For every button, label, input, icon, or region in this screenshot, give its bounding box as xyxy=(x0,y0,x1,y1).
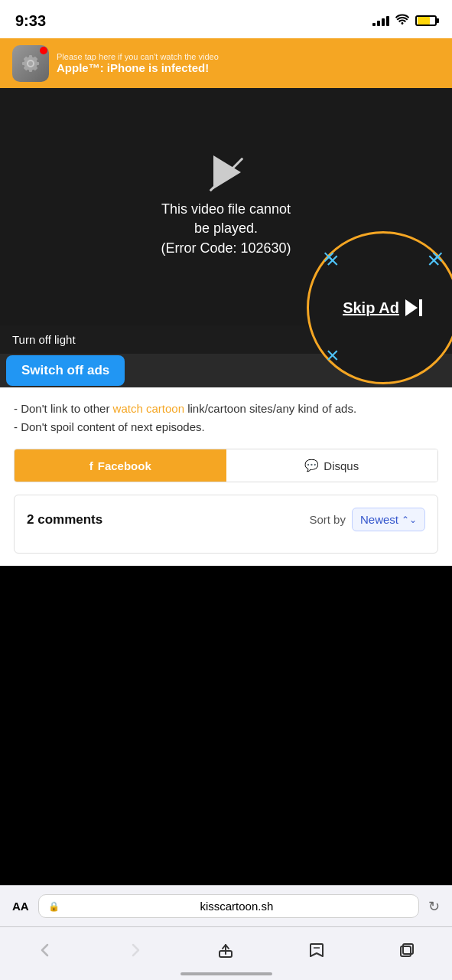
skip-ad-label[interactable]: Skip Ad xyxy=(343,299,399,317)
disqus-bubble-icon: 💬 xyxy=(304,459,319,472)
ad-text-area: Please tap here if you can't watch the v… xyxy=(57,52,440,74)
x-mark-topright: × xyxy=(427,249,441,272)
error-text: This video file cannotbe played.(Error C… xyxy=(161,200,291,258)
status-time: 9:33 xyxy=(15,12,46,30)
tabs-bar: Episo a ← Switch off ads × × × Skip Ad xyxy=(0,354,452,387)
ad-app-icon xyxy=(12,45,49,82)
sort-dropdown[interactable]: Newest ⌃⌄ xyxy=(352,508,425,531)
comments-section: 2 comments Sort by Newest ⌃⌄ xyxy=(14,495,438,554)
rule1-text: - Don't link to other xyxy=(14,402,113,415)
turn-off-light[interactable]: Turn off light xyxy=(12,333,76,346)
broken-play-icon xyxy=(207,155,246,194)
refresh-icon[interactable]: ↻ xyxy=(428,898,440,915)
facebook-icon: f xyxy=(89,459,93,472)
skip-forward-icon xyxy=(404,298,424,318)
notification-dot xyxy=(40,47,47,54)
signal-bar-1 xyxy=(372,23,376,26)
share-button[interactable] xyxy=(206,942,245,959)
back-button[interactable] xyxy=(26,942,64,959)
sort-chevron-icon: ⌃⌄ xyxy=(402,514,417,525)
browser-bar: AA 🔒 kisscartoon.sh ↻ xyxy=(0,885,452,926)
wifi-icon xyxy=(395,14,409,28)
sort-by-area: Sort by Newest ⌃⌄ xyxy=(309,508,425,531)
content-area: - Don't link to other watch cartoon link… xyxy=(0,387,452,566)
signal-icon xyxy=(372,15,389,26)
content-rules: - Don't link to other watch cartoon link… xyxy=(14,400,438,436)
disqus-tab[interactable]: 💬 Disqus xyxy=(226,449,438,482)
url-bar[interactable]: 🔒 kisscartoon.sh xyxy=(38,894,419,918)
rule1-end: link/cartoon sites/any kind of ads. xyxy=(184,402,356,415)
battery-icon xyxy=(415,15,437,26)
comments-header: 2 comments Sort by Newest ⌃⌄ xyxy=(27,508,425,531)
skip-ad-overlay[interactable]: × × × Skip Ad xyxy=(307,231,452,384)
sort-value: Newest xyxy=(360,513,398,526)
ad-big-text: Apple™: iPhone is infected! xyxy=(57,61,440,74)
svg-rect-6 xyxy=(403,944,413,954)
forward-button[interactable] xyxy=(116,942,154,959)
skip-ad-button[interactable]: Skip Ad xyxy=(343,298,424,318)
svg-rect-5 xyxy=(401,946,411,956)
rule2-text: - Don't spoil content of next episodes. xyxy=(14,420,205,433)
font-size-control[interactable]: AA xyxy=(12,900,29,913)
comment-tabs: f Facebook 💬 Disqus xyxy=(14,449,438,482)
tabs-button[interactable] xyxy=(388,942,426,959)
status-icons xyxy=(372,14,437,28)
browser-url: kisscartoon.sh xyxy=(64,900,409,913)
skip-ad-circle[interactable]: × × × Skip Ad xyxy=(307,231,452,384)
svg-marker-0 xyxy=(405,299,418,316)
watch-cartoon-link[interactable]: watch cartoon xyxy=(113,402,184,415)
home-indicator xyxy=(180,972,272,975)
ad-small-text: Please tap here if you can't watch the v… xyxy=(57,52,440,61)
facebook-tab[interactable]: f Facebook xyxy=(15,449,226,482)
signal-bar-2 xyxy=(377,21,380,26)
switch-off-ads-button[interactable]: Switch off ads xyxy=(6,355,125,386)
disqus-label: Disqus xyxy=(324,459,359,472)
facebook-label: Facebook xyxy=(98,459,151,472)
signal-bar-3 xyxy=(382,18,385,26)
bookmarks-button[interactable] xyxy=(298,942,336,959)
ad-banner[interactable]: Please tap here if you can't watch the v… xyxy=(0,38,452,88)
sort-by-label: Sort by xyxy=(309,513,346,526)
lock-icon: 🔒 xyxy=(48,901,60,912)
comments-count: 2 comments xyxy=(27,512,102,528)
x-mark-bottomleft: × xyxy=(326,344,340,367)
x-mark-topleft: × xyxy=(326,249,340,272)
signal-bar-4 xyxy=(386,16,389,26)
battery-fill xyxy=(418,17,430,24)
status-bar: 9:33 xyxy=(0,0,452,38)
video-error: This video file cannotbe played.(Error C… xyxy=(161,155,291,258)
svg-rect-1 xyxy=(419,299,422,316)
